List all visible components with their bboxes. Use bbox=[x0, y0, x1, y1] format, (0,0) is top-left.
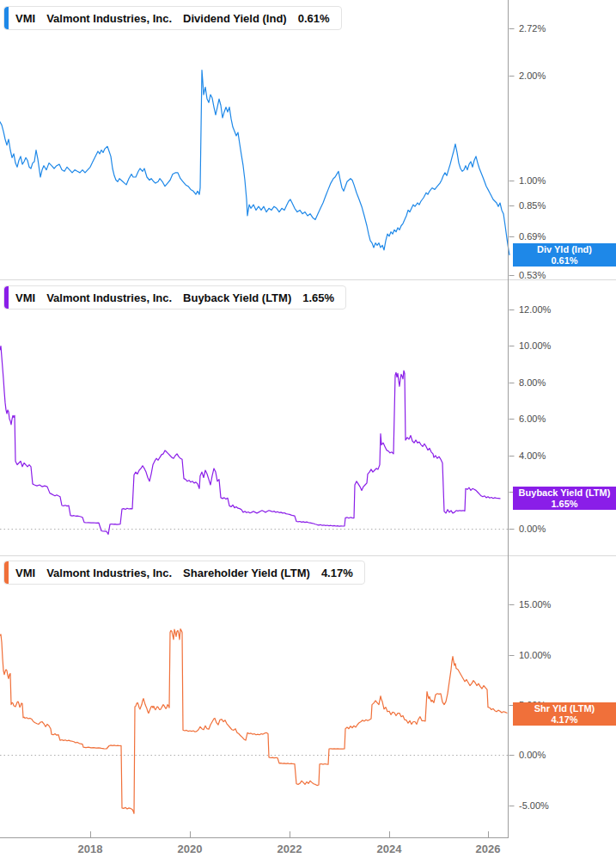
legend-buyback-yield[interactable]: VMI Valmont Industries, Inc. Buyback Yie… bbox=[3, 285, 346, 309]
badge-value-label: 4.17% bbox=[513, 714, 616, 726]
last-value-badge-dividend-yield: Div Yld (Ind) 0.61% bbox=[513, 243, 616, 267]
badge-value-label: 0.61% bbox=[513, 255, 616, 267]
stock-yield-charts-panel: VMI Valmont Industries, Inc. Dividend Yi… bbox=[0, 0, 616, 864]
last-value-badge-buyback-yield: Buyback Yield (LTM) 1.65% bbox=[513, 487, 616, 510]
legend-value: 1.65% bbox=[302, 291, 334, 304]
legend-dividend-yield[interactable]: VMI Valmont Industries, Inc. Dividend Yi… bbox=[3, 6, 342, 30]
legend-ticker: VMI bbox=[15, 12, 35, 25]
legend-metric: Shareholder Yield (LTM) bbox=[183, 567, 310, 579]
x-axis-year-label: 2020 bbox=[178, 843, 203, 855]
x-axis-year-label: 2026 bbox=[476, 843, 501, 855]
badge-value-label: 1.65% bbox=[513, 499, 616, 510]
legend-shareholder-yield[interactable]: VMI Valmont Industries, Inc. Shareholder… bbox=[3, 561, 365, 585]
x-axis-year-label: 2018 bbox=[78, 843, 103, 855]
badge-metric-label: Buyback Yield (LTM) bbox=[513, 487, 616, 499]
legend-company: Valmont Industries, Inc. bbox=[46, 567, 172, 579]
legend-company: Valmont Industries, Inc. bbox=[46, 12, 172, 25]
legend-ticker: VMI bbox=[15, 291, 35, 304]
x-axis-year-label: 2024 bbox=[377, 843, 402, 855]
legend-value: 0.61% bbox=[298, 12, 330, 25]
legend-color-bar bbox=[4, 286, 9, 309]
badge-metric-label: Div Yld (Ind) bbox=[513, 244, 616, 255]
badge-metric-label: Shr Yld (LTM) bbox=[513, 703, 616, 714]
legend-metric: Buyback Yield (LTM) bbox=[183, 291, 291, 304]
legend-metric: Dividend Yield (Ind) bbox=[183, 12, 287, 25]
legend-ticker: VMI bbox=[15, 567, 35, 579]
shareholder-yield-line bbox=[0, 629, 507, 814]
legend-value: 4.17% bbox=[321, 567, 353, 579]
legend-company: Valmont Industries, Inc. bbox=[46, 291, 172, 304]
legend-color-bar bbox=[4, 7, 9, 29]
last-value-badge-shareholder-yield: Shr Yld (LTM) 4.17% bbox=[513, 702, 616, 726]
charts-canvas[interactable] bbox=[0, 0, 616, 864]
dividend-yield-line bbox=[0, 70, 509, 255]
x-axis-year-label: 2022 bbox=[278, 843, 302, 855]
buyback-yield-line bbox=[0, 346, 500, 535]
legend-color-bar bbox=[4, 561, 9, 584]
